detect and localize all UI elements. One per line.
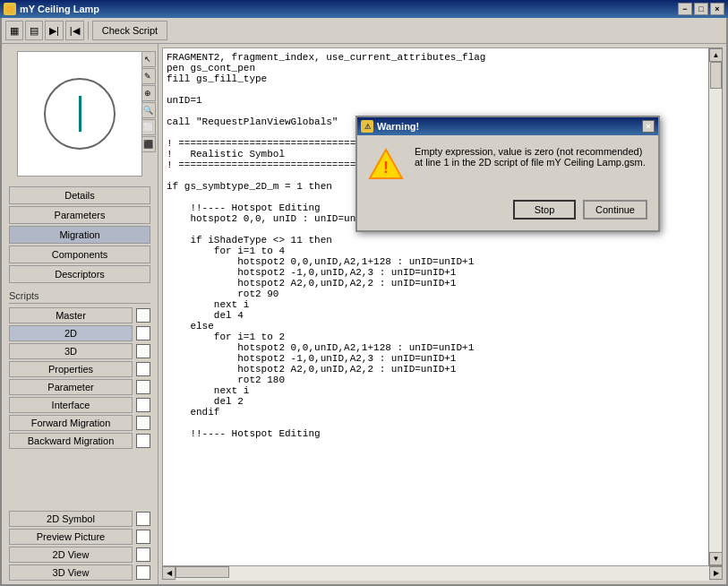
toolbar-icon-2: ▤: [30, 25, 39, 37]
left-panel: ↖ ✎ ⊕ 🔍 ⬜ ⬛ Details Parameters Migration: [2, 44, 158, 584]
bottom-item-2d-symbol: 2D Symbol: [9, 511, 150, 527]
dialog-title-icon: ⚠: [361, 120, 373, 133]
toolbar-btn-3[interactable]: ▶|: [45, 21, 64, 40]
dialog-close-button[interactable]: ×: [642, 120, 655, 133]
window-title: mY Ceiling Lamp: [20, 4, 99, 14]
script-parameter-label[interactable]: Parameter: [9, 379, 133, 395]
bottom-item-preview: Preview Picture: [9, 529, 150, 545]
title-bar: 🔆 mY Ceiling Lamp − □ ×: [0, 0, 728, 18]
warning-dialog: ⚠ Warning! × ! Empty expression,: [355, 116, 660, 232]
script-item-master: Master: [9, 307, 150, 323]
script-properties-label[interactable]: Properties: [9, 361, 133, 377]
toolbar-btn-2[interactable]: ▤: [25, 21, 43, 40]
bottom-items: 2D Symbol Preview Picture 2D View 3D Vie…: [2, 507, 158, 584]
script-interface-label[interactable]: Interface: [9, 397, 133, 413]
scripts-section-title: Scripts: [9, 290, 150, 304]
bottom-2d-view-checkbox[interactable]: [136, 547, 150, 562]
toolbar-btn-1[interactable]: ▦: [5, 21, 23, 40]
script-3d-checkbox[interactable]: [136, 344, 150, 358]
check-script-button[interactable]: Check Script: [92, 21, 167, 40]
dialog-body: ! Empty expression, value is zero (not r…: [357, 135, 658, 193]
toolbar-separator: [88, 22, 89, 39]
nav-details[interactable]: Details: [9, 186, 150, 204]
script-2d-checkbox[interactable]: [136, 326, 150, 340]
bottom-preview-checkbox[interactable]: [136, 530, 150, 544]
nav-components[interactable]: Components: [9, 246, 150, 263]
code-area-wrapper: FRAGMENT2, fragment_index, use_current_a…: [158, 44, 726, 584]
preview-circle: [44, 78, 116, 150]
script-master-label[interactable]: Master: [9, 307, 133, 323]
script-item-3d: 3D: [9, 343, 150, 359]
bottom-preview-label[interactable]: Preview Picture: [9, 529, 133, 545]
bottom-item-2d-view: 2D View: [9, 547, 150, 563]
script-item-interface: Interface: [9, 397, 150, 413]
bottom-item-3d-view: 3D View: [9, 564, 150, 581]
nav-parameters[interactable]: Parameters: [9, 206, 150, 224]
preview-line: [79, 96, 81, 132]
content-area: ↖ ✎ ⊕ 🔍 ⬜ ⬛ Details Parameters Migration: [2, 44, 726, 584]
script-interface-checkbox[interactable]: [136, 398, 150, 412]
dialog-title-bar: ⚠ Warning! ×: [357, 117, 658, 135]
bottom-2d-view-label[interactable]: 2D View: [9, 547, 133, 563]
script-backward-migration-label[interactable]: Backward Migration: [9, 433, 133, 449]
script-2d-label[interactable]: 2D: [9, 325, 133, 341]
scripts-section: Scripts Master 2D 3D Properties: [2, 287, 158, 507]
maximize-button[interactable]: □: [694, 3, 708, 15]
dialog-message-line2: at line 1 in the 2D script of file mY Ce…: [415, 157, 646, 168]
toolbar-icon-1: ▦: [10, 25, 19, 37]
script-forward-migration-checkbox[interactable]: [136, 416, 150, 430]
dialog-buttons: Stop Continue: [357, 193, 658, 230]
continue-button[interactable]: Continue: [583, 200, 647, 220]
minimize-button[interactable]: −: [678, 3, 692, 15]
svg-text:!: !: [383, 159, 389, 177]
dialog-message: Empty expression, value is zero (not rec…: [415, 146, 646, 168]
dialog-title-text: Warning!: [377, 121, 419, 132]
toolbar-icon-3: ▶|: [49, 25, 59, 37]
dialog-message-line1: Empty expression, value is zero (not rec…: [415, 146, 646, 157]
bottom-3d-view-checkbox[interactable]: [136, 565, 150, 580]
toolbar: ▦ ▤ ▶| |◀ Check Script: [2, 18, 726, 44]
bottom-2d-symbol-checkbox[interactable]: [136, 512, 150, 526]
script-3d-label[interactable]: 3D: [9, 343, 133, 359]
script-parameter-checkbox[interactable]: [136, 380, 150, 394]
script-backward-migration-checkbox[interactable]: [136, 434, 150, 448]
preview-area: [17, 51, 142, 177]
script-properties-checkbox[interactable]: [136, 362, 150, 376]
bottom-2d-symbol-label[interactable]: 2D Symbol: [9, 511, 133, 527]
script-item-parameter: Parameter: [9, 379, 150, 395]
main-window: ▦ ▤ ▶| |◀ Check Script ↖ ✎ ⊕ 🔍 ⬜: [0, 18, 728, 586]
app-icon: 🔆: [4, 3, 16, 15]
nav-descriptors[interactable]: Descriptors: [9, 265, 150, 283]
script-master-checkbox[interactable]: [136, 308, 150, 323]
script-item-properties: Properties: [9, 361, 150, 377]
script-item-backward-migration: Backward Migration: [9, 433, 150, 449]
toolbar-btn-4[interactable]: |◀: [65, 21, 84, 40]
nav-migration[interactable]: Migration: [9, 226, 150, 244]
stop-button[interactable]: Stop: [513, 200, 576, 220]
script-item-forward-migration: Forward Migration: [9, 415, 150, 431]
script-forward-migration-label[interactable]: Forward Migration: [9, 415, 133, 431]
toolbar-icon-4: |◀: [70, 25, 80, 37]
dialog-overlay: ⚠ Warning! × ! Empty expression,: [158, 44, 726, 584]
bottom-3d-view-label[interactable]: 3D View: [9, 564, 133, 581]
close-button[interactable]: ×: [710, 3, 724, 15]
warning-icon: !: [368, 146, 404, 182]
script-item-2d: 2D: [9, 325, 150, 341]
nav-buttons: Details Parameters Migration Components …: [2, 183, 158, 287]
